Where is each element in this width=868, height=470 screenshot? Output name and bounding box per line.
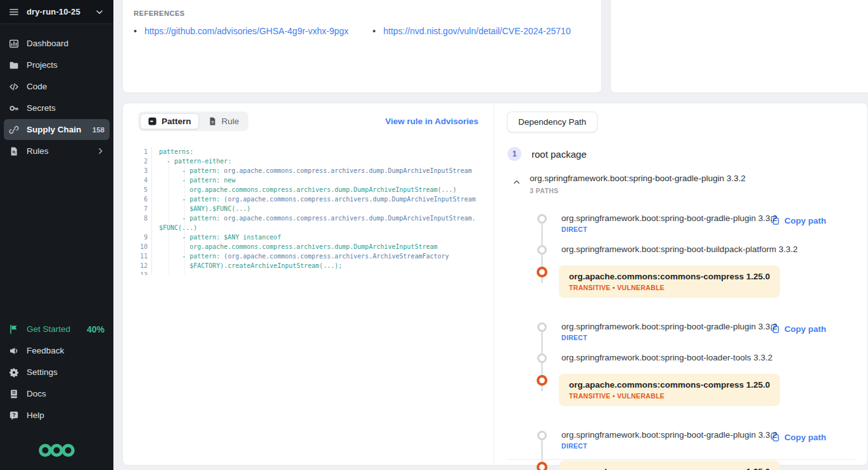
package-name: org.springframework.boot:spring-boot-gra… <box>561 429 777 440</box>
line-number: 9 <box>138 232 152 242</box>
line-number <box>138 223 152 232</box>
code-line: 10 org.apache.commons.compress.archivers… <box>138 242 478 251</box>
line-number: 12 <box>138 261 152 270</box>
panel-divider <box>507 459 855 460</box>
dependency-node: org.springframework.boot:spring-boot-gra… <box>537 321 855 352</box>
node-tag: DIRECT <box>561 225 777 233</box>
dependency-path: Copy path org.springframework.boot:sprin… <box>537 213 855 321</box>
sidebar-item-rules[interactable]: Rules <box>4 141 110 162</box>
node-tag: DIRECT <box>561 334 777 341</box>
line-number: 13 <box>138 270 152 275</box>
sidebar-item-secrets[interactable]: Secrets <box>4 98 110 118</box>
sidebar-footer: Get Started 40% Feedback Settings Docs ?… <box>0 319 113 432</box>
supply-chain-icon <box>9 125 19 135</box>
root-count-badge: 1 <box>507 147 521 161</box>
sidebar-item-dashboard[interactable]: Dashboard <box>4 33 110 54</box>
code-line: 7 $ANY).$FUNC(...) <box>138 204 478 213</box>
dependency-node: org.springframework.boot:spring-boot-gra… <box>537 429 855 460</box>
node-tag: DIRECT <box>561 442 777 450</box>
paths-count-label: 3 PATHS <box>530 187 746 194</box>
code-line: 13 <box>138 270 478 275</box>
code-line: 4 - pattern: new <box>138 175 478 185</box>
vulnerable-package-box: org.apache.commons:commons-compress 1.25… <box>559 265 780 298</box>
dependency-node-vulnerable: org.apache.commons:commons-compress 1.25… <box>537 460 855 470</box>
code-line: 12 $FACTORY).createArchiveInputStream(..… <box>138 261 478 270</box>
references-card: REFERENCES • https://github.com/advisori… <box>122 0 602 93</box>
hamburger-menu-icon[interactable] <box>9 7 19 17</box>
view-rule-in-advisories-link[interactable]: View rule in Advisories <box>385 117 478 126</box>
package-name: org.apache.commons:commons-compress 1.25… <box>569 466 770 470</box>
vulnerable-node-dot-icon <box>537 375 547 386</box>
pattern-rule-tabs: Pattern Rule <box>138 111 248 131</box>
sidebar-item-code[interactable]: Code <box>4 76 110 97</box>
tab-pattern[interactable]: Pattern <box>140 113 199 129</box>
root-package-label: root package <box>532 149 587 160</box>
package-name: org.springframework.boot:spring-boot-bui… <box>561 244 798 255</box>
projects-icon <box>9 60 19 70</box>
reference-link[interactable]: https://github.com/advisories/GHSA-4g9r-… <box>144 26 348 36</box>
code-line: 3 - pattern: org.apache.commons.compress… <box>138 166 478 175</box>
line-number: 11 <box>138 251 152 261</box>
line-number: 8 <box>138 213 152 223</box>
references-label: REFERENCES <box>134 10 590 17</box>
rule-icon <box>208 117 217 126</box>
node-dot-icon <box>537 431 547 440</box>
line-number: 7 <box>138 204 152 213</box>
line-number: 4 <box>138 175 152 185</box>
pattern-panel: Pattern Rule View rule in Advisories 1 p… <box>123 103 494 465</box>
reference-item: • https://nvd.nist.gov/vuln/detail/CVE-2… <box>373 26 571 36</box>
code-line: 8 - pattern: org.apache.commons.compress… <box>138 213 478 223</box>
reference-link[interactable]: https://nvd.nist.gov/vuln/detail/CVE-202… <box>383 26 571 36</box>
sidebar-item-docs[interactable]: Docs <box>4 383 110 404</box>
rules-icon <box>9 146 19 156</box>
help-icon: ? <box>9 410 19 421</box>
adjacent-card <box>610 0 868 93</box>
line-number: 6 <box>138 194 152 204</box>
dependency-node: org.springframework.boot:spring-boot-bui… <box>537 244 855 265</box>
count-badge: 158 <box>93 126 105 134</box>
chevron-down-icon[interactable] <box>94 7 105 17</box>
semgrep-logo-icon <box>0 432 113 470</box>
svg-text:?: ? <box>12 412 15 418</box>
node-tag: TRANSITIVE • VULNERABLE <box>569 284 770 291</box>
sidebar-item-settings[interactable]: Settings <box>4 362 110 383</box>
top-row: REFERENCES • https://github.com/advisori… <box>122 0 868 93</box>
line-number: 10 <box>138 242 152 251</box>
package-name: org.springframework.boot:spring-boot-loa… <box>561 352 772 363</box>
package-name: org.apache.commons:commons-compress 1.25… <box>569 271 770 282</box>
code-line: 5 org.apache.commons.compress.archivers.… <box>138 185 478 194</box>
package-name: org.springframework.boot:spring-boot-gra… <box>561 321 777 332</box>
code-line: $FUNC(...) <box>138 223 478 232</box>
code-line: 2 - pattern-either: <box>138 156 478 166</box>
package-name: org.springframework.boot:spring-boot-gra… <box>561 213 777 224</box>
secrets-icon <box>9 103 19 113</box>
dependency-paths: Copy path org.springframework.boot:sprin… <box>537 213 855 470</box>
book-icon <box>9 389 19 399</box>
detail-card: Pattern Rule View rule in Advisories 1 p… <box>122 103 868 466</box>
sidebar-item-projects[interactable]: Projects <box>4 54 110 75</box>
sidebar-item-feedback[interactable]: Feedback <box>4 340 110 361</box>
sidebar-item-help[interactable]: ? Help <box>4 405 110 426</box>
org-name: dry-run-10-25 <box>27 7 87 16</box>
code-line: 1 patterns: <box>138 147 478 156</box>
dependency-node: org.springframework.boot:spring-boot-loa… <box>537 352 855 374</box>
node-dot-icon <box>537 245 547 255</box>
org-switcher[interactable]: dry-run-10-25 <box>0 0 113 24</box>
collapse-chevron-up-icon[interactable] <box>513 178 521 194</box>
sidebar-item-supply-chain[interactable]: Supply Chain 158 <box>4 119 110 140</box>
sidebar-nav: Dashboard Projects Code Secrets Supply C… <box>0 33 113 162</box>
rule-pattern-code[interactable]: 1 patterns: 2 - pattern-either: 3 - patt… <box>138 147 478 275</box>
tab-rule[interactable]: Rule <box>200 113 247 129</box>
references-list: • https://github.com/advisories/GHSA-4g9… <box>134 26 590 36</box>
dependency-group-title: org.springframework.boot:spring-boot-gra… <box>530 174 746 183</box>
dependency-path: Copy path org.springframework.boot:sprin… <box>537 321 855 429</box>
bullet: • <box>373 26 376 36</box>
line-number: 3 <box>138 166 152 175</box>
node-dot-icon <box>537 214 547 224</box>
dashboard-icon <box>9 39 19 49</box>
node-tag: TRANSITIVE • VULNERABLE <box>569 392 770 400</box>
dependency-path-tab[interactable]: Dependency Path <box>507 111 597 132</box>
dependency-node: org.springframework.boot:spring-boot-gra… <box>537 213 855 244</box>
sidebar-item-get-started[interactable]: Get Started 40% <box>4 319 110 340</box>
code-line: 9 - pattern: $ANY instanceof <box>138 232 478 242</box>
